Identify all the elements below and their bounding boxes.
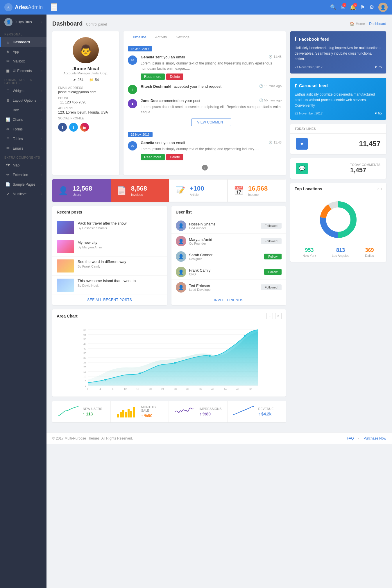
svg-point-44	[244, 335, 246, 337]
chart-minimize-button[interactable]: −	[266, 313, 273, 319]
faq-link[interactable]: FAQ	[347, 436, 354, 440]
user-avatar[interactable]: 👤	[378, 3, 388, 12]
sidebar-item-mailbox[interactable]: ✉ Mailbox ›	[0, 56, 46, 66]
fb-feed-title: Facebook feed	[299, 37, 330, 42]
chart-close-button[interactable]: ×	[275, 313, 282, 319]
profile-phone: +11 123 456 7890	[58, 100, 113, 104]
fb-feed-date: 21 November, 2017	[295, 65, 323, 69]
user-item-2: 👤 Maryam Amiri Co-Founder Followed	[171, 234, 286, 249]
follow-button-4[interactable]: Follow	[264, 269, 282, 275]
svg-text:24: 24	[161, 388, 164, 390]
locations-info-icon[interactable]: i	[381, 187, 382, 191]
facebook-feed-card: f Facebook feed Holisticly benchmark plu…	[290, 31, 386, 74]
notifications-button[interactable]: 🔔 1	[350, 4, 356, 10]
revenue-info: Revenue ↑ $4.2k	[258, 407, 280, 416]
footer-sep: ·	[358, 436, 359, 440]
delete-button-1[interactable]: Delete	[166, 74, 183, 80]
twitter-icon[interactable]: t	[69, 123, 78, 132]
sidebar-item-emails[interactable]: ✉ Emails ›	[0, 144, 46, 153]
read-more-button-4[interactable]: Read more	[141, 154, 165, 160]
sidebar-item-dashboard[interactable]: ⊞ Dashboard ›	[0, 37, 46, 47]
sidebar-item-multilevel[interactable]: ↗ Multilevel ›	[0, 189, 46, 199]
purchase-link[interactable]: Purchase Now	[364, 436, 386, 440]
svg-rect-48	[125, 412, 127, 417]
flag-button[interactable]: ⚑	[360, 4, 365, 10]
location-new-york: 953 New York	[302, 247, 316, 257]
sidebar-item-app[interactable]: ◈ App ›	[0, 47, 46, 56]
facebook-icon[interactable]: f	[58, 123, 67, 132]
sidebar-item-extension[interactable]: ✏ Extension ›	[0, 170, 46, 180]
user-list-title: User list	[171, 206, 286, 218]
follow-button-1[interactable]: Followed	[261, 223, 282, 229]
stat-card-users: 👤 12,568 Users	[52, 179, 111, 202]
svg-rect-51	[133, 407, 135, 417]
see-all-posts-link[interactable]: SEE ALL RECENT POSTS	[52, 295, 167, 305]
tab-activity[interactable]: Activity	[151, 31, 171, 43]
sidebar-item-charts[interactable]: 📊 Charts ›	[0, 115, 46, 124]
files-count: 54	[95, 78, 99, 82]
profile-views: 👁 254	[73, 78, 83, 82]
svg-text:25: 25	[83, 361, 86, 364]
timeline-title-4: Genelia sent you an email	[141, 141, 185, 145]
home-icon: 🏠	[350, 22, 354, 26]
sidebar-item-box[interactable]: □ Box ›	[0, 105, 46, 115]
profile-name: Jhone Mical	[58, 66, 113, 71]
fb-feed-header: f Facebook feed	[295, 36, 382, 42]
stat-invoices-info: 8,568 Invoices	[131, 185, 147, 196]
post-thumb-4	[57, 279, 74, 292]
stat-users-info: 12,568 Users	[73, 185, 92, 196]
instagram-icon[interactable]: in	[80, 123, 89, 132]
follow-button-3[interactable]: Follow	[264, 254, 282, 259]
invite-friends-link[interactable]: INVITE FRIENDS	[171, 295, 286, 305]
social-label: Social Profile	[58, 117, 113, 120]
stat-invoices-label: Invoices	[131, 193, 147, 196]
svg-rect-45	[117, 414, 119, 417]
post-info-2: My new city By Maryam Amiri	[78, 240, 163, 253]
svg-text:48: 48	[236, 388, 239, 390]
new-users-chart	[58, 406, 78, 417]
timeline-header-3: Jone Doe commented on your post 🕐 55 min…	[141, 98, 282, 103]
user-role-3: Designer	[189, 257, 262, 261]
page-header: Dashboard Control panel 🏠 Home › Dashboa…	[52, 20, 386, 27]
donut-chart-wrap	[290, 195, 386, 244]
tw-feed-title: Carousel feed	[299, 83, 328, 88]
timeline-header-2: Ritesh Deshmukh accepted your friend req…	[141, 84, 282, 89]
breadcrumb-home[interactable]: Home	[356, 22, 365, 26]
post-thumb-1	[57, 221, 74, 234]
user-name-1: Hossein Shams	[189, 222, 258, 226]
sidebar-section-extra: EXTRA COMPONENTS	[0, 153, 46, 160]
sidebar-item-forms[interactable]: ✏ Forms ›	[0, 124, 46, 134]
sidebar-item-layout[interactable]: ⊞ Layout Options ›	[0, 96, 46, 105]
svg-point-42	[174, 362, 176, 364]
sidebar-item-widgets[interactable]: ⊡ Widgets ›	[0, 86, 46, 96]
tw-feed-date: 22 November, 2017	[295, 112, 323, 115]
svg-text:45: 45	[83, 343, 86, 345]
sidebar-user[interactable]: 👤 Juliya Brus ›	[0, 15, 46, 30]
post-author-3: By Frank Camly	[78, 265, 163, 268]
tab-timeline[interactable]: Timeline	[128, 31, 151, 43]
today-comments-body: 💬 TODAY COMMENTS 1,457	[290, 158, 386, 179]
tab-settings[interactable]: Settings	[171, 31, 194, 43]
search-button[interactable]: 🔍	[330, 4, 336, 10]
view-comment-button[interactable]: VIEW COMMENT	[191, 119, 231, 126]
locations-circle-icon[interactable]: ○	[377, 187, 380, 191]
profile-card-inner: 👨 Jhone Mical Accounts Manager Jindal Co…	[52, 31, 119, 137]
email-button[interactable]: ✉ 2	[341, 4, 345, 10]
follow-button-2[interactable]: Followed	[261, 238, 282, 244]
user-avatar-3: 👤	[176, 251, 186, 262]
delete-button-4[interactable]: Delete	[166, 154, 183, 160]
read-more-button-1[interactable]: Read more	[141, 74, 165, 80]
sidebar-item-tables[interactable]: ⊟ Tables ›	[0, 134, 46, 144]
donut-chart-svg	[318, 199, 359, 240]
sidebar-item-ui-elements[interactable]: ▣ UI Elements ›	[0, 66, 46, 76]
mailbox-icon: ✉	[5, 59, 10, 63]
sidebar-item-map[interactable]: 🗺 Map ›	[0, 160, 46, 170]
phone-label: Phone	[58, 96, 113, 100]
hamburger-button[interactable]: ☰	[51, 3, 57, 11]
follow-button-5[interactable]: Followed	[261, 284, 282, 290]
timeline-item-4: ✉ Genelia sent you an email 🕐 11:48 Lore…	[128, 141, 282, 160]
sidebar-item-sample-pages[interactable]: 📄 Sample Pages ›	[0, 180, 46, 189]
today-likes-header: TODAY LIKES	[290, 124, 386, 134]
svg-text:20: 20	[149, 388, 152, 390]
settings-button[interactable]: ⚙	[369, 4, 374, 10]
